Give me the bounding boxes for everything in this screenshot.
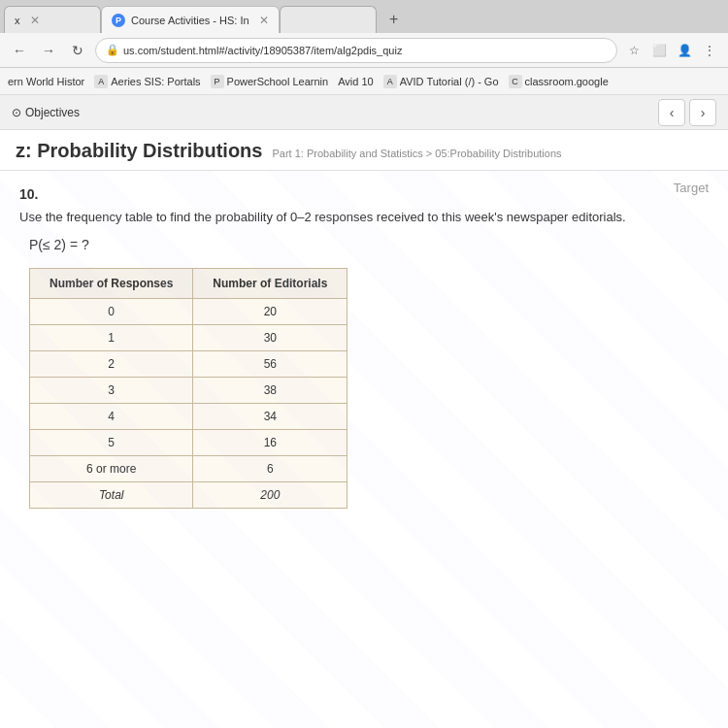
bookmark-avid10-label: Avid 10 xyxy=(338,76,374,87)
cell-responses: 3 xyxy=(30,377,193,403)
table-row: Total200 xyxy=(30,481,347,508)
cell-responses: 2 xyxy=(30,350,193,377)
quiz-breadcrumb: Part 1: Probability and Statistics > 05:… xyxy=(272,148,561,159)
tab-x-close[interactable]: ✕ xyxy=(30,14,40,27)
cast-button[interactable]: ⬜ xyxy=(648,40,670,61)
bookmark-avid-tutorial[interactable]: A AVID Tutorial (/) - Go xyxy=(383,75,499,88)
bookmark-powerschool-label: PowerSchool Learnin xyxy=(227,76,329,87)
browser-window: x ✕ P Course Activities - HS: In ✕ + ← →… xyxy=(0,0,728,728)
cell-responses: 6 or more xyxy=(30,455,193,481)
frequency-table: Number of Responses Number of Editorials… xyxy=(29,268,347,509)
cell-editorials: 38 xyxy=(193,377,347,403)
bookmark-world-history[interactable]: ern World Histor xyxy=(8,76,84,87)
refresh-button[interactable]: ↻ xyxy=(66,39,89,62)
cell-editorials: 30 xyxy=(193,324,347,350)
cell-responses: 5 xyxy=(30,429,193,455)
tab-x[interactable]: x ✕ xyxy=(4,6,101,33)
cell-editorials: 20 xyxy=(193,298,347,324)
question-text: Use the frequency table to find the prob… xyxy=(19,208,709,227)
cell-responses: 1 xyxy=(30,324,193,350)
col-header-responses: Number of Responses xyxy=(30,268,193,298)
tab-blank-label xyxy=(290,15,302,26)
next-page-button[interactable]: › xyxy=(689,99,716,126)
bookmark-world-history-label: ern World Histor xyxy=(8,76,84,87)
cell-editorials: 16 xyxy=(193,429,347,455)
table-row: 256 xyxy=(30,350,347,377)
forward-button[interactable]: → xyxy=(37,39,60,62)
cell-responses: Total xyxy=(30,481,193,508)
tab-course-icon: P xyxy=(112,14,125,27)
page-content: ⊙ Objectives ‹ › z: Probability Distribu… xyxy=(0,95,728,728)
menu-button[interactable]: ⋮ xyxy=(699,40,720,61)
star-button[interactable]: ☆ xyxy=(623,40,645,61)
bookmark-avid10[interactable]: Avid 10 xyxy=(338,76,374,87)
lock-icon: 🔒 xyxy=(106,44,119,56)
tab-course-activities[interactable]: P Course Activities - HS: In ✕ xyxy=(101,6,280,33)
table-row: 020 xyxy=(30,298,347,324)
bookmark-aeries[interactable]: A Aeries SIS: Portals xyxy=(94,75,200,88)
new-tab-button[interactable]: + xyxy=(381,6,408,33)
tab-blank[interactable] xyxy=(280,6,377,33)
cell-responses: 4 xyxy=(30,403,193,429)
cell-editorials: 34 xyxy=(193,403,347,429)
address-actions: ☆ ⬜ 👤 ⋮ xyxy=(623,40,720,61)
cell-editorials: 6 xyxy=(193,455,347,481)
address-text: us.com/student.html#/activity/18905387/i… xyxy=(123,45,607,56)
page-toolbar: ⊙ Objectives ‹ › xyxy=(0,95,728,130)
table-row: 434 xyxy=(30,403,347,429)
quiz-title-text: z: Probability Distributions xyxy=(16,140,262,162)
page-nav-arrows: ‹ › xyxy=(658,99,716,126)
bookmark-classroom-icon: C xyxy=(509,75,522,88)
question-number: 10. xyxy=(19,186,709,202)
table-row: 338 xyxy=(30,377,347,403)
table-row: 6 or more6 xyxy=(30,455,347,481)
address-box[interactable]: 🔒 us.com/student.html#/activity/18905387… xyxy=(95,38,617,63)
back-button[interactable]: ← xyxy=(8,39,31,62)
prev-page-button[interactable]: ‹ xyxy=(658,99,685,126)
cell-responses: 0 xyxy=(30,298,193,324)
quiz-title-row: z: Probability Distributions Part 1: Pro… xyxy=(16,140,712,162)
cell-editorials: 56 xyxy=(193,350,347,377)
table-row: 516 xyxy=(30,429,347,455)
tab-course-close[interactable]: ✕ xyxy=(259,14,269,27)
col-header-editorials: Number of Editorials xyxy=(193,268,347,298)
bookmark-powerschool[interactable]: P PowerSchool Learnin xyxy=(211,75,329,88)
table-row: 130 xyxy=(30,324,347,350)
bookmark-aeries-label: Aeries SIS: Portals xyxy=(111,76,200,87)
bookmark-aeries-icon: A xyxy=(94,75,108,88)
tab-course-label: Course Activities - HS: In xyxy=(131,15,249,26)
target-label: Target xyxy=(674,181,709,195)
bookmark-avid-icon: A xyxy=(383,75,397,88)
bookmarks-bar: ern World Histor A Aeries SIS: Portals P… xyxy=(0,68,728,95)
objectives-icon: ⊙ xyxy=(12,106,21,119)
bookmark-avid-tutorial-label: AVID Tutorial (/) - Go xyxy=(400,76,499,87)
bookmark-classroom-label: classroom.google xyxy=(525,76,609,87)
question-body: Target 10. Use the frequency table to fi… xyxy=(0,171,728,728)
tab-x-label: x xyxy=(15,15,20,26)
probability-expression: P(≤ 2) = ? xyxy=(29,237,709,252)
quiz-header: z: Probability Distributions Part 1: Pro… xyxy=(0,130,728,171)
cell-editorials: 200 xyxy=(193,481,347,508)
bookmark-powerschool-icon: P xyxy=(211,75,224,88)
address-bar-row: ← → ↻ 🔒 us.com/student.html#/activity/18… xyxy=(0,33,728,68)
tab-bar: x ✕ P Course Activities - HS: In ✕ + xyxy=(0,0,728,33)
bookmark-classroom[interactable]: C classroom.google xyxy=(509,75,609,88)
profile-button[interactable]: 👤 xyxy=(674,40,695,61)
objectives-label: Objectives xyxy=(25,106,80,119)
objectives-button[interactable]: ⊙ Objectives xyxy=(12,106,80,119)
